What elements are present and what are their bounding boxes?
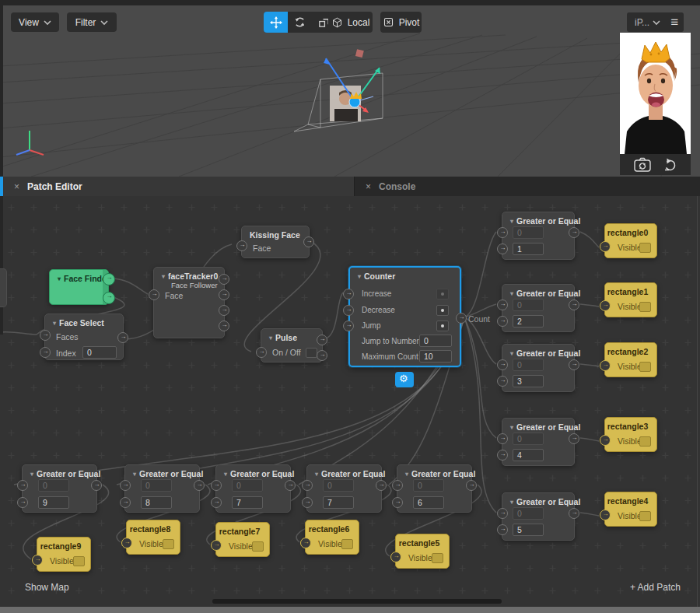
show-map-button[interactable]: Show Map: [25, 582, 69, 593]
goe-input-field[interactable]: 0: [38, 479, 69, 492]
output-port-icon[interactable]: [285, 480, 296, 491]
input-port-icon[interactable]: [256, 347, 267, 358]
horizontal-scrollbar[interactable]: [212, 599, 502, 604]
maximum-count-field[interactable]: 10: [419, 350, 452, 363]
output-port-icon[interactable]: [569, 433, 579, 444]
goe-input-field[interactable]: 0: [513, 226, 544, 239]
output-port-icon[interactable]: [317, 350, 327, 361]
input-port-icon[interactable]: [497, 450, 508, 461]
input-port-icon[interactable]: [343, 305, 354, 316]
index-field[interactable]: 0: [82, 346, 117, 359]
on-off-checkbox[interactable]: [306, 348, 317, 358]
input-port-icon[interactable]: [600, 360, 611, 371]
visible-checkbox[interactable]: [639, 511, 651, 521]
input-port-icon[interactable]: [343, 321, 354, 331]
output-port-icon[interactable]: [569, 299, 579, 310]
local-toggle-button[interactable]: Local: [328, 12, 373, 33]
input-port-icon[interactable]: [497, 299, 508, 310]
input-port-icon[interactable]: [211, 540, 222, 551]
goe-threshold-field[interactable]: 5: [513, 524, 544, 536]
goe-threshold-field[interactable]: 1: [513, 243, 544, 255]
visible-checkbox[interactable]: [341, 539, 353, 549]
patch-node-greater-or-equal[interactable]: Greater or Equal 0 9: [22, 464, 97, 513]
input-port-icon[interactable]: [236, 240, 247, 251]
output-port-icon[interactable]: [376, 480, 387, 491]
input-port-icon[interactable]: [302, 480, 313, 491]
input-port-icon[interactable]: [600, 510, 611, 520]
input-port-icon[interactable]: [300, 538, 311, 548]
visible-checkbox[interactable]: [252, 541, 264, 552]
goe-input-field[interactable]: 0: [232, 479, 263, 492]
output-port-icon[interactable]: [569, 508, 579, 519]
input-port-icon[interactable]: [497, 376, 508, 387]
goe-input-field[interactable]: 0: [513, 433, 544, 445]
patch-node-face-finder[interactable]: Face Finder: [49, 269, 109, 305]
output-port-icon[interactable]: [103, 292, 115, 304]
patch-node-rectangle[interactable]: rectangle1 Visible: [604, 282, 657, 317]
patch-node-greater-or-equal[interactable]: Greater or Equal 0 6: [397, 464, 472, 513]
patch-node-kissing-face[interactable]: Kissing Face Face: [241, 226, 310, 258]
jump-to-number-field[interactable]: 0: [419, 335, 452, 347]
goe-input-field[interactable]: 0: [413, 479, 444, 492]
output-port-icon[interactable]: [103, 273, 115, 285]
output-port-icon[interactable]: [569, 359, 579, 370]
tab-console[interactable]: × Console: [354, 177, 700, 196]
patch-node-greater-or-equal[interactable]: Greater or Equal 0 5: [502, 492, 575, 541]
patch-node-greater-or-equal[interactable]: Greater or Equal 0 1: [502, 212, 575, 260]
input-port-icon[interactable]: [149, 289, 159, 300]
pulse-trigger-button[interactable]: [436, 289, 449, 299]
input-port-icon[interactable]: [302, 497, 313, 508]
move-tool-button[interactable]: [264, 12, 288, 33]
input-port-icon[interactable]: [17, 480, 28, 491]
patch-editor-canvas[interactable]: Kissing Face Face Face Finder faceTracke…: [0, 196, 700, 607]
input-port-icon[interactable]: [211, 497, 222, 508]
patch-node-greater-or-equal[interactable]: Greater or Equal 0 2: [502, 284, 575, 332]
3d-viewport[interactable]: View Filter: [0, 5, 700, 177]
input-port-icon[interactable]: [497, 524, 508, 535]
goe-threshold-field[interactable]: 6: [413, 496, 444, 509]
output-port-icon[interactable]: [219, 289, 229, 300]
goe-threshold-field[interactable]: 9: [38, 496, 69, 509]
visible-checkbox[interactable]: [432, 553, 443, 563]
input-port-icon[interactable]: [211, 480, 222, 491]
menu-button[interactable]: ≡: [665, 15, 684, 30]
input-port-icon[interactable]: [497, 508, 508, 519]
visible-checkbox[interactable]: [73, 556, 85, 566]
goe-threshold-field[interactable]: 4: [513, 449, 544, 461]
goe-threshold-field[interactable]: 7: [232, 496, 263, 509]
input-port-icon[interactable]: [497, 243, 508, 254]
output-port-icon[interactable]: [117, 332, 128, 343]
restart-button[interactable]: [663, 157, 678, 173]
pulse-trigger-button[interactable]: [436, 321, 449, 331]
patch-node-greater-or-equal[interactable]: Greater or Equal 0 3: [502, 344, 575, 392]
input-port-icon[interactable]: [121, 538, 132, 548]
close-icon[interactable]: ×: [14, 181, 19, 192]
patch-node-rectangle[interactable]: rectangle2 Visible: [604, 342, 657, 377]
goe-threshold-field[interactable]: 7: [323, 496, 354, 509]
device-dropdown[interactable]: iP...: [627, 17, 653, 28]
add-patch-button[interactable]: + Add Patch: [630, 582, 681, 593]
visible-checkbox[interactable]: [639, 362, 651, 372]
input-port-icon[interactable]: [32, 555, 43, 566]
goe-threshold-field[interactable]: 2: [513, 315, 544, 328]
patch-node-rectangle[interactable]: rectangle6 Visible: [305, 520, 359, 555]
pulse-trigger-button[interactable]: [436, 305, 449, 316]
input-port-icon[interactable]: [120, 480, 131, 491]
input-port-icon[interactable]: [392, 497, 403, 508]
patch-node-rectangle[interactable]: rectangle7 Visible: [215, 522, 270, 557]
goe-input-field[interactable]: 0: [323, 479, 354, 492]
close-icon[interactable]: ×: [366, 181, 371, 192]
visible-checkbox[interactable]: [639, 243, 651, 253]
patch-node-face-select[interactable]: Face Select Faces Index 0: [44, 314, 124, 360]
patch-settings-gear-button[interactable]: [395, 372, 414, 387]
visible-checkbox[interactable]: [639, 302, 651, 312]
visible-checkbox[interactable]: [163, 539, 174, 549]
patch-node-rectangle[interactable]: rectangle0 Visible: [604, 223, 657, 258]
filter-dropdown[interactable]: Filter: [67, 12, 117, 32]
goe-threshold-field[interactable]: 3: [513, 375, 544, 387]
output-port-icon[interactable]: [219, 305, 229, 316]
output-port-icon[interactable]: [194, 480, 205, 491]
patch-node-greater-or-equal[interactable]: Greater or Equal 0 7: [306, 464, 382, 513]
patch-node-rectangle[interactable]: rectangle9 Visible: [37, 537, 91, 572]
camera-flip-button[interactable]: [633, 157, 652, 173]
